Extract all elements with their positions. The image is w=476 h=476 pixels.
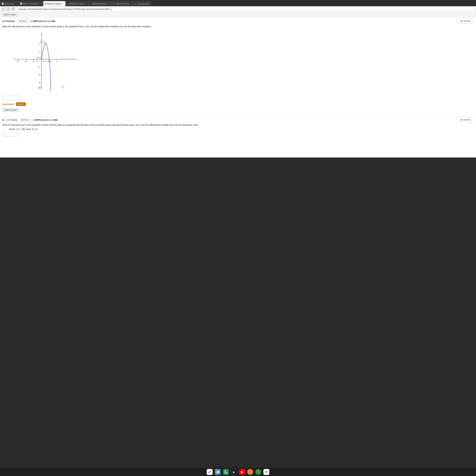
vertex-label: (-4, 4) [41,41,45,43]
zero1-label: (-5, 0) [36,56,40,58]
question7-details-button[interactable]: DETAILS [17,19,29,23]
taskbar-arrow-icon[interactable]: ↑ [247,469,253,475]
x-label-neg6: −6 [36,60,38,62]
parabola-path [41,43,51,91]
question7-points: [-/1 Points] [2,20,15,22]
submit-answer-bottom-button[interactable]: Submit Answer [2,108,19,112]
tab-mathway[interactable]: M Mathway | Algebra ✕ [43,1,66,6]
need-help-row: Need Help? Read It [2,102,474,106]
x-axis-label: x [76,58,77,60]
tab-pieace[interactable]: 📄 Pieace.docx ✕ [0,1,18,6]
submit-answer-top-button[interactable]: Submit Answer [1,13,18,17]
svg-point-18 [209,472,210,472]
tab-mokwheel[interactable]: M Mokwheel Basalt A ✕ [88,1,111,6]
section-divider [2,116,474,116]
tab-label-northtexas: 1825 North Texas [116,3,129,5]
address-bar-row: ← → ↻ [0,6,476,12]
toolbar-row: Submit Answer [0,12,476,17]
tab-label-whatare: What are the intern [69,3,84,5]
q8-problem-id: LARPCALC11 2.1.038. [33,119,58,121]
taskbar: 📁 🏪 ▶ ▶ ↑ 🌿 ✉ [0,468,476,476]
graph-svg: −12 −10 −8 −6 −3 −2 2 4 x 4 2 −2 − [12,32,77,91]
tab-topspeed[interactable]: G top speed electr [134,1,151,6]
forward-button[interactable]: → [6,7,10,11]
tab-icon-mathway: M [45,3,46,5]
graph-container: −12 −10 −8 −6 −3 −2 2 4 x 4 2 −2 − [12,32,77,91]
question7-my-notes-button[interactable]: MY NOTES [458,19,474,23]
tab-bar: 📄 Pieace.docx ✕ 📊 HW 10 - Quadratic F ✕ … [0,0,476,6]
info-icon[interactable]: ⓘ [62,86,64,88]
tab-close-mathway[interactable]: ✕ [63,3,64,4]
x-label-4: 4 [56,60,58,62]
question8-header: 8. [-/1 Points] DETAILS LARPCALC11 2.1.0… [2,118,474,122]
taskbar-youtube-icon[interactable]: ▶ [239,469,245,475]
taskbar-store-icon[interactable]: 🏪 [223,469,229,475]
taskbar-play-icon[interactable]: ▶ [231,469,237,475]
address-bar-input[interactable] [16,7,475,11]
x-label-neg2: −2 [44,60,46,62]
q8-answer-input[interactable] [2,132,18,136]
q8-text: Write the standard form of the quadratic… [2,123,474,127]
tab-hw10[interactable]: 📊 HW 10 - Quadratic F ✕ [18,1,43,6]
q8-details-button[interactable]: DETAILS [19,118,32,122]
q8-vertex-line: Vertex: (−3, −16); point: (0, 2) [9,128,474,130]
browser-chrome: 📄 Pieace.docx ✕ 📊 HW 10 - Quadratic F ✕ … [0,0,476,17]
tab-icon-topspeed: G [135,3,137,5]
tab-close-hw10[interactable]: ✕ [40,3,41,4]
zero1-point [41,59,42,60]
taskbar-files-icon[interactable]: 📁 [215,469,221,475]
need-help-label: Need Help? [2,103,15,105]
y-label-neg4: −4 [38,74,40,76]
taskbar-chrome-icon[interactable] [207,469,213,475]
page-content: [-/1 Points] DETAILS LARPCALC11 2.1.036.… [0,17,476,157]
tab-icon-whatare: C [67,3,68,5]
y-label-neg2: −2 [38,66,40,68]
q8-number: 8. [2,119,4,121]
tab-whatare[interactable]: C What are the intern ✕ [66,1,88,6]
tab-close-pieace[interactable]: ✕ [16,3,17,4]
tab-close-mokwheel[interactable]: ✕ [108,3,109,4]
tab-label-topspeed: top speed electr [137,3,150,5]
x-label-neg10: −10 [24,60,27,62]
zero2-label: (-3, 0) [47,60,51,62]
q8-my-notes-button[interactable]: MY NOTES [458,118,474,122]
question7-text: Write the standard form of the quadratic… [2,25,474,28]
taskbar-gmail-icon[interactable]: ✉ [263,469,269,475]
tab-label-pieace: Pieace.docx [5,3,14,5]
tab-northtexas[interactable]: 📍 1825 North Texas ✕ [111,1,134,6]
zero2-point [49,59,50,60]
tab-icon-hw10: 📊 [20,3,22,5]
x-label-neg8: −8 [32,60,34,62]
y-label-neg8b: −8 [38,86,41,88]
q8-points: [-/1 Points] [6,119,17,121]
x-label-neg12: −12 [16,60,19,62]
tab-icon-northtexas: 📍 [113,3,115,5]
tab-label-hw10: HW 10 - Quadratic F [23,3,39,5]
y-label-4: 4 [39,43,40,45]
back-button[interactable]: ← [1,7,5,11]
y-axis-label: y [41,33,42,35]
x-label-neg3: −3 [42,60,44,62]
tab-label-mathway: Mathway | Algebra [47,3,61,5]
tab-icon-mokwheel: M [90,3,92,5]
question7-problem-id: LARPCALC11 2.1.036. [31,20,56,22]
question7-header: [-/1 Points] DETAILS LARPCALC11 2.1.036.… [2,19,474,23]
y-label-neg6: −6 [38,82,40,84]
taskbar-leaf-icon[interactable]: 🌿 [255,469,261,475]
tab-close-northtexas[interactable]: ✕ [131,3,132,4]
question7-answer-input[interactable] [2,96,21,100]
refresh-button[interactable]: ↻ [11,7,15,11]
vertex-point [45,43,46,44]
tab-label-mokwheel: Mokwheel Basalt A [92,3,107,5]
read-it-button[interactable]: Read It [16,102,26,106]
tab-icon-pieace: 📄 [2,3,4,5]
tab-close-whatare[interactable]: ✕ [85,3,87,4]
y-label-2: 2 [39,50,40,52]
